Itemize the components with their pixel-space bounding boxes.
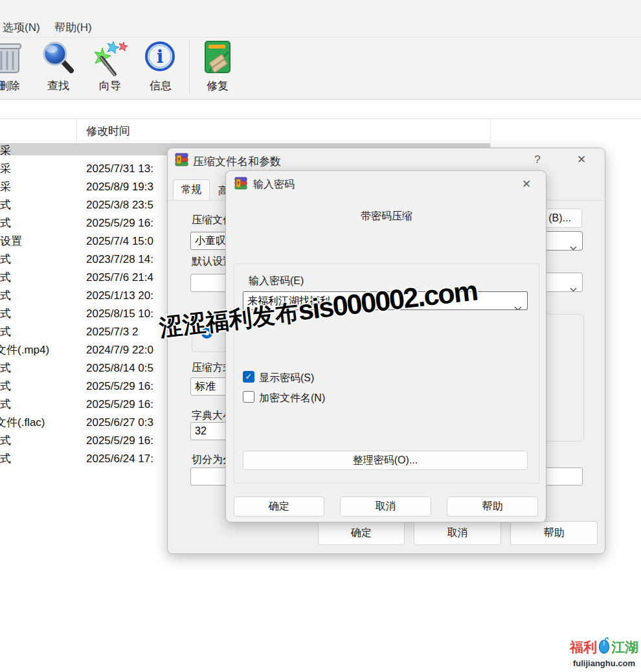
file-modified-date: 2025/8/15 10:	[86, 305, 153, 323]
password-input[interactable]: 来福利江湖找福利	[243, 291, 528, 310]
password-dialog-title: 输入密码	[253, 178, 295, 192]
archive-dialog-title: 压缩文件名和参数	[193, 154, 281, 169]
wizard-icon[interactable]	[93, 40, 128, 80]
format-rar-radio[interactable]	[201, 328, 212, 339]
file-modified-date: 2025/6/24 17:	[86, 450, 153, 468]
file-name: 设置	[0, 232, 22, 251]
password-ok-button[interactable]: 确定	[234, 497, 324, 517]
close-icon[interactable]: ✕	[519, 177, 534, 192]
toolbar-repair-button[interactable]: 修复	[199, 78, 236, 93]
file-modified-date: 2023/7/28 14:	[86, 251, 153, 269]
trash-icon[interactable]	[0, 40, 23, 78]
toolbar-separator	[189, 39, 190, 94]
toolbar-wizard-button[interactable]: 向导	[92, 78, 128, 93]
menu-help[interactable]: 帮助(H)	[54, 20, 92, 35]
file-name: 文件(.flac)	[0, 414, 45, 432]
file-name: 式	[0, 377, 11, 396]
header-underline	[0, 140, 490, 141]
file-name: 文件(.mp4)	[0, 341, 49, 359]
file-name: 式	[0, 269, 11, 287]
column-header-modified-time[interactable]: 修改时间	[86, 124, 130, 139]
menu-options[interactable]: 选项(N)	[3, 20, 40, 35]
svg-text:i: i	[157, 46, 164, 67]
chevron-down-icon	[570, 280, 577, 292]
file-name: 式	[0, 251, 11, 269]
logo-text-red: 福利	[570, 638, 597, 656]
file-modified-date: 2025/7/4 15:0	[86, 232, 153, 251]
password-value: 来福利江湖找福利	[247, 295, 330, 306]
file-name: 式	[0, 323, 11, 341]
password-cancel-button[interactable]: 取消	[340, 497, 431, 517]
password-help-button[interactable]: 帮助	[447, 497, 538, 517]
file-modified-date: 2025/5/29 16:	[86, 396, 153, 414]
file-name: 采	[0, 178, 11, 196]
file-modified-date: 2024/7/9 22:0	[86, 341, 153, 359]
password-header-text: 带密码压缩	[226, 210, 547, 223]
password-dialog: 输入密码 ✕ 带密码压缩 输入密码(E) 来福利江湖找福利 ✓ 显示密码(S) …	[225, 170, 546, 522]
list-top-border	[0, 118, 641, 119]
password-input-label: 输入密码(E)	[249, 274, 304, 288]
file-name: 式	[0, 396, 11, 414]
toolbar: 删除 查找 向	[0, 38, 641, 100]
file-modified-date: 2025/1/13 20:	[86, 287, 153, 305]
menu-bar: 选项(N) 帮助(H)	[0, 0, 641, 38]
chevron-down-icon	[570, 239, 577, 251]
file-name: 式	[0, 432, 11, 450]
encrypt-names-checkbox[interactable]	[243, 391, 254, 403]
file-name: 式	[0, 450, 11, 468]
search-icon[interactable]	[41, 40, 75, 79]
column-divider	[76, 119, 77, 140]
file-modified-date: 2025/5/29 16:	[86, 432, 153, 450]
file-modified-date: 2025/6/27 0:3	[86, 414, 153, 432]
winrar-window: 选项(N) 帮助(H) 删除	[0, 0, 641, 672]
show-password-checkbox[interactable]: ✓	[243, 371, 254, 383]
file-modified-date: 2025/3/8 23:5	[86, 196, 153, 214]
file-name: 式	[0, 359, 11, 377]
organize-passwords-button[interactable]: 整理密码(O)...	[243, 451, 528, 470]
check-icon: ✓	[245, 372, 253, 381]
mouse-icon	[598, 636, 611, 658]
file-modified-date: 2025/5/29 16:	[86, 377, 153, 396]
file-name: 式	[0, 214, 11, 232]
winrar-icon	[175, 153, 188, 169]
archive-ok-button[interactable]: 确定	[318, 521, 405, 545]
tab-general[interactable]: 常规	[173, 179, 210, 200]
file-name: 式	[0, 305, 11, 323]
chevron-down-icon	[514, 299, 522, 311]
file-name: 式	[0, 287, 11, 305]
archive-cancel-button[interactable]: 取消	[414, 521, 501, 545]
file-modified-date: 2025/8/14 0:5	[86, 359, 153, 377]
close-icon[interactable]: ✕	[574, 152, 589, 168]
logo-domain: fulijianghu.com	[567, 658, 641, 668]
file-name: 采	[0, 160, 11, 178]
file-modified-date: 2025/5/29 16:	[86, 214, 153, 232]
file-name: 采	[0, 142, 11, 160]
toolbar-find-button[interactable]: 查找	[40, 78, 76, 93]
encrypt-names-label[interactable]: 加密文件名(N)	[259, 392, 325, 405]
repair-icon[interactable]	[203, 40, 232, 76]
logo-text-green: 江湖	[611, 638, 638, 656]
file-modified-date: 2025/7/3 2	[86, 323, 138, 341]
file-modified-date: 2025/7/31 13:	[86, 160, 153, 178]
toolbar-info-button[interactable]: 信息	[142, 78, 179, 93]
file-modified-date: 2025/7/6 21:4	[86, 269, 153, 287]
winrar-icon	[234, 177, 247, 192]
file-modified-date: 2025/8/9 19:3	[86, 178, 153, 196]
site-logo: 福利 江湖 fulijianghu.com	[567, 636, 641, 668]
archive-help-button[interactable]: 帮助	[510, 521, 598, 545]
help-titlebar-button[interactable]: ?	[530, 152, 545, 168]
toolbar-delete-button[interactable]: 删除	[0, 78, 27, 93]
show-password-label[interactable]: 显示密码(S)	[259, 372, 314, 385]
file-name: 式	[0, 196, 11, 214]
info-icon[interactable]: i	[144, 40, 176, 75]
